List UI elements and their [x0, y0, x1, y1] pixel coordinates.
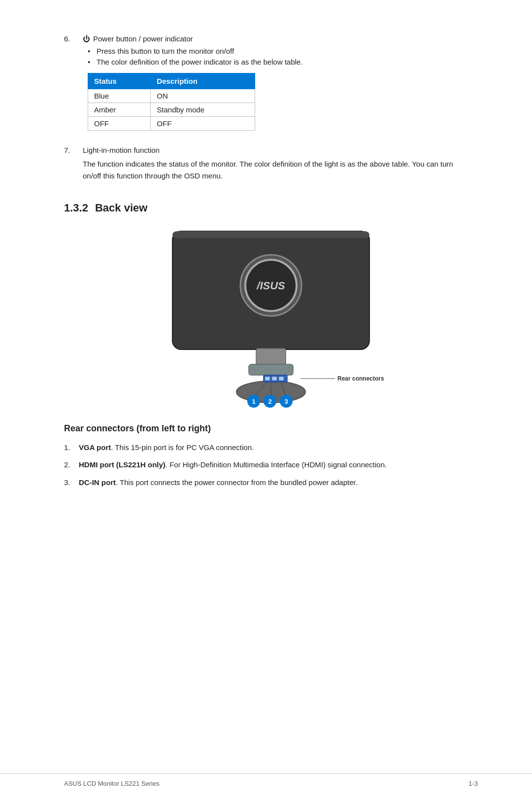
section-heading: 1.3.2 Back view [64, 202, 478, 214]
bullet-2: The color definition of the power indica… [88, 58, 478, 66]
table-cell-status: Amber [88, 103, 151, 117]
monitor-back-svg: /ISUS Rear connectors [158, 226, 384, 409]
table-row: AmberStandby mode [88, 103, 255, 117]
rear-connectors-heading: Rear connectors (from left to right) [64, 423, 478, 434]
connector-list: 1.VGA port. This 15-pin port is for PC V… [64, 442, 478, 488]
item-7-desc: The function indicates the status of the… [83, 158, 457, 182]
table-header-status: Status [88, 73, 151, 89]
connector-list-item: 3.DC-IN port. This port connects the pow… [64, 477, 478, 488]
svg-text:1: 1 [252, 398, 255, 405]
svg-text:Rear connectors: Rear connectors [337, 375, 384, 382]
item-6-bullets: Press this button to turn the monitor on… [83, 47, 478, 66]
table-body: BlueONAmberStandby modeOFFOFF [88, 89, 255, 131]
table-cell-status: OFF [88, 117, 151, 131]
item-6-title-text: Power button / power indicator [93, 35, 193, 43]
list-item-6: 6. ⏻ Power button / power indicator Pres… [64, 35, 478, 141]
svg-rect-6 [249, 364, 293, 375]
connector-num: 1. [64, 442, 79, 453]
svg-rect-10 [272, 377, 277, 381]
svg-text:2: 2 [268, 398, 271, 405]
list-item-7: 7. Light-in-motion function The function… [64, 146, 478, 197]
section-title: Back view [95, 202, 147, 214]
svg-rect-11 [279, 377, 284, 381]
svg-rect-9 [265, 377, 270, 381]
connector-bold: HDMI port (LS221H only) [79, 460, 166, 469]
table-cell-status: Blue [88, 89, 151, 103]
item-6-num: 6. [64, 35, 83, 43]
status-table-wrap: Status Description BlueONAmberStandby mo… [88, 73, 255, 131]
footer-page: 1-3 [468, 780, 478, 787]
status-table: Status Description BlueONAmberStandby mo… [88, 73, 255, 131]
section-num: 1.3.2 [64, 202, 88, 214]
svg-text:3: 3 [284, 398, 288, 405]
connector-num: 2. [64, 459, 79, 470]
svg-text:/ISUS: /ISUS [256, 279, 285, 292]
connector-bold: DC-IN port [79, 478, 116, 487]
connector-bold: VGA port [79, 443, 111, 452]
table-row: BlueON [88, 89, 255, 103]
item-6-title: ⏻ Power button / power indicator [83, 35, 478, 43]
monitor-image-wrap: /ISUS Rear connectors [64, 226, 478, 409]
item-6-content: ⏻ Power button / power indicator Press t… [83, 35, 478, 141]
item-7-content: Light-in-motion function The function in… [83, 146, 478, 197]
item-7-title: Light-in-motion function [83, 146, 478, 154]
monitor-svg-container: /ISUS Rear connectors [158, 226, 384, 409]
table-header-row: Status Description [88, 73, 255, 89]
connector-num: 3. [64, 477, 79, 488]
connector-desc: VGA port. This 15-pin port is for PC VGA… [79, 442, 443, 453]
connector-list-item: 1.VGA port. This 15-pin port is for PC V… [64, 442, 478, 453]
table-cell-description: ON [151, 89, 255, 103]
page-content: 6. ⏻ Power button / power indicator Pres… [0, 0, 532, 533]
bullet-1: Press this button to turn the monitor on… [88, 47, 478, 55]
table-row: OFFOFF [88, 117, 255, 131]
connector-desc: DC-IN port. This port connects the power… [79, 477, 443, 488]
power-icon: ⏻ [83, 35, 90, 43]
connector-list-item: 2.HDMI port (LS221H only). For High-Defi… [64, 459, 478, 470]
table-header-description: Description [151, 73, 255, 89]
table-cell-description: Standby mode [151, 103, 255, 117]
page-footer: ASUS LCD Monitor LS221 Series 1-3 [0, 773, 532, 787]
connector-desc: HDMI port (LS221H only). For High-Defini… [79, 459, 443, 470]
table-cell-description: OFF [151, 117, 255, 131]
item-7-num: 7. [64, 146, 83, 154]
footer-brand: ASUS LCD Monitor LS221 Series [64, 780, 160, 787]
svg-rect-1 [172, 231, 369, 238]
